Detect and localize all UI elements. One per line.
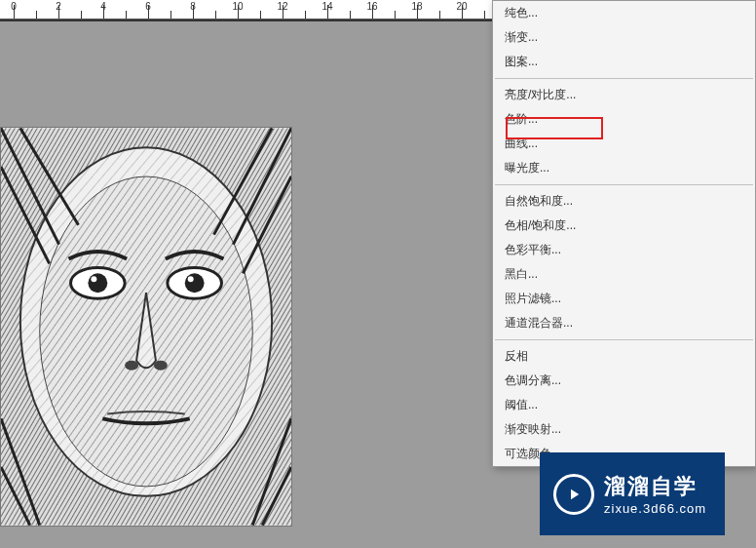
ruler-mark <box>395 11 396 19</box>
ruler-mark <box>372 5 373 19</box>
menu-item-8[interactable]: 色相/饱和度... <box>493 214 755 238</box>
svg-point-14 <box>188 276 194 282</box>
ruler-mark <box>14 5 15 19</box>
menu-item-9[interactable]: 色彩平衡... <box>493 238 755 262</box>
ruler-mark <box>36 11 37 19</box>
ruler-mark <box>81 11 82 19</box>
watermark-url: zixue.3d66.com <box>604 501 706 516</box>
adjustment-layer-menu: 纯色...渐变...图案...亮度/对比度...色阶...曲线...曝光度...… <box>492 0 756 467</box>
ruler-mark <box>305 11 306 19</box>
menu-item-15[interactable]: 阈值... <box>493 393 755 417</box>
ruler-mark <box>260 11 261 19</box>
menu-item-2[interactable]: 图案... <box>493 50 755 74</box>
ruler-mark <box>350 11 351 19</box>
menu-item-14[interactable]: 色调分离... <box>493 369 755 393</box>
menu-item-16[interactable]: 渐变映射... <box>493 417 755 442</box>
canvas-top-border <box>0 20 492 27</box>
menu-separator <box>495 78 753 79</box>
menu-item-0[interactable]: 纯色... <box>493 1 755 25</box>
menu-item-5[interactable]: 曲线... <box>493 132 755 156</box>
ruler-mark <box>126 11 127 19</box>
play-icon <box>553 474 594 515</box>
watermark-title: 溜溜自学 <box>604 472 706 501</box>
watermark-logo: 溜溜自学 zixue.3d66.com <box>540 452 725 535</box>
ruler-mark <box>193 5 194 19</box>
svg-point-13 <box>185 273 205 293</box>
ruler-mark <box>238 5 239 19</box>
menu-item-7[interactable]: 自然饱和度... <box>493 189 755 214</box>
ruler-mark <box>484 11 485 19</box>
ruler-mark <box>462 5 463 19</box>
menu-item-13[interactable]: 反相 <box>493 344 755 369</box>
menu-item-3[interactable]: 亮度/对比度... <box>493 83 755 107</box>
menu-separator <box>495 184 753 185</box>
menu-item-10[interactable]: 黑白... <box>493 262 755 287</box>
ruler-mark <box>439 11 440 19</box>
svg-point-15 <box>125 361 138 371</box>
sketch-face-image <box>1 128 291 526</box>
ruler-mark <box>283 5 284 19</box>
ruler-mark <box>148 5 149 19</box>
menu-separator <box>495 339 753 340</box>
ruler-mark <box>215 11 216 19</box>
menu-item-6[interactable]: 曝光度... <box>493 156 755 180</box>
menu-item-4[interactable]: 色阶... <box>493 107 755 132</box>
menu-item-12[interactable]: 通道混合器... <box>493 311 755 335</box>
canvas-image[interactable] <box>0 127 292 527</box>
svg-point-10 <box>88 273 107 293</box>
ruler-mark <box>417 5 418 19</box>
svg-point-16 <box>154 361 168 371</box>
ruler-mark <box>58 5 59 19</box>
ruler-mark <box>327 5 328 19</box>
ruler-mark <box>103 5 104 19</box>
svg-point-11 <box>91 276 96 282</box>
ruler-horizontal: 0 2 4 6 8 10 12 14 16 18 20 <box>0 0 492 20</box>
ruler-mark <box>170 11 171 19</box>
menu-item-1[interactable]: 渐变... <box>493 25 755 50</box>
menu-item-11[interactable]: 照片滤镜... <box>493 287 755 311</box>
